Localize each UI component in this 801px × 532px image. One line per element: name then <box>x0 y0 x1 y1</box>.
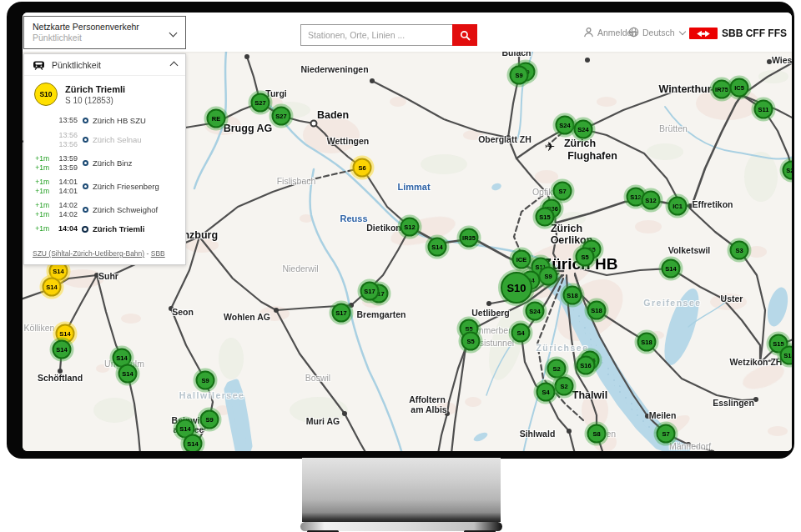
line-badge-s3[interactable]: S3 <box>730 241 749 260</box>
line-badge-s12[interactable]: S12 <box>400 218 420 237</box>
line-badge-s27[interactable]: S27 <box>251 93 270 113</box>
stop-name: Zürich Selnau <box>93 135 142 144</box>
stop-node <box>83 207 88 213</box>
sbb-flag-icon <box>689 28 718 39</box>
station-dot <box>585 58 590 63</box>
line-badge-s6[interactable]: S6 <box>353 158 372 178</box>
map-label: Zürich <box>564 138 596 149</box>
line-badge-s7[interactable]: S7 <box>553 182 572 201</box>
stop-row: 13:5613:56Zürich Selnau <box>31 131 180 148</box>
line-badge-ic5[interactable]: IC5 <box>730 78 749 98</box>
map-label: Uster <box>721 294 743 304</box>
map-label: Zürich <box>551 223 582 234</box>
line-badge-s27[interactable]: S27 <box>272 107 291 126</box>
line-badge-s11[interactable]: S11 <box>754 100 773 119</box>
line-badge-s16[interactable]: S16 <box>577 356 596 375</box>
stop-row: +1m14:04Zürich Triemli <box>31 224 180 233</box>
line-badge-ic1[interactable]: IC1 <box>668 197 688 216</box>
layer-select-title: Netzkarte Personenverkehr <box>33 21 164 33</box>
language-selector[interactable]: Deutsch <box>628 27 685 38</box>
map-label: Effretikon <box>692 199 733 209</box>
chevron-down-icon <box>169 29 178 38</box>
line-badge-s2[interactable]: S2 <box>547 359 567 379</box>
line-badge-s9[interactable]: S9 <box>196 371 215 390</box>
line-badge-s15[interactable]: S15 <box>536 208 555 227</box>
line-badge-ir75[interactable]: IR75 <box>713 80 732 99</box>
layer-select-dropdown[interactable]: Netzkarte Personenverkehr Pünktlichkeit <box>23 16 186 49</box>
train-destination: Zürich Triemli <box>65 83 125 95</box>
line-badge-s24[interactable]: S24 <box>526 302 545 321</box>
station-dot <box>567 429 572 434</box>
stop-name: Zürich Schweighof <box>93 205 158 214</box>
line-badge-s9[interactable]: S9 <box>539 267 558 286</box>
sbb-logo[interactable]: SBB CFF FFS <box>689 28 787 39</box>
line-badge-s14[interactable]: S14 <box>53 340 72 359</box>
map-label: Flughafen <box>567 150 617 162</box>
panel-footer: SZU (Sihltal-Zürich-Uetliberg-Bahn) - SB… <box>33 249 165 258</box>
stop-name: Zürich HB SZU <box>93 116 146 125</box>
map-label: Kölliken <box>24 323 55 333</box>
station-dot <box>349 303 354 308</box>
stop-list: 13:55Zürich HB SZU13:5613:56Zürich Selna… <box>31 116 180 233</box>
stop-row: +1m+1m14:0214:02Zürich Schweighof <box>31 201 180 218</box>
line-badge-s18[interactable]: S18 <box>587 301 607 320</box>
search-button[interactable] <box>452 24 477 46</box>
line-badge-re[interactable]: RE <box>207 109 226 128</box>
line-badge-s4[interactable]: S4 <box>537 383 556 402</box>
page: ✈ BülachWiesendangenNiederweningenTurgiB… <box>0 0 801 532</box>
map-label: Boswil <box>305 373 330 383</box>
line-badge-s12[interactable]: S12 <box>642 191 661 210</box>
monitor-stand <box>302 458 501 522</box>
map-label: Hallwilersee <box>179 390 245 400</box>
map-label: Limmat <box>397 182 430 192</box>
map-label: am Albis <box>411 404 446 414</box>
line-badge-s7[interactable]: S7 <box>657 424 676 444</box>
line-badge-s18[interactable]: S18 <box>637 333 657 352</box>
line-badge-s17[interactable]: S17 <box>360 282 380 301</box>
map-label: Niederweningen <box>300 64 368 74</box>
operator-link[interactable]: SZU (Sihltal-Zürich-Uetliberg-Bahn) <box>33 249 144 258</box>
line-badge-s24[interactable]: S24 <box>574 120 593 139</box>
map-label: Baden <box>317 109 349 121</box>
stop-node <box>83 118 88 123</box>
line-badge-s17[interactable]: S17 <box>332 304 351 323</box>
sbb-link[interactable]: SBB <box>151 249 165 258</box>
stop-node <box>83 183 88 189</box>
map-label: Bremgarten <box>357 309 406 319</box>
line-badge-ice[interactable]: ICE <box>512 250 531 269</box>
line-badge-s5[interactable]: S5 <box>461 332 481 351</box>
search-input[interactable] <box>300 24 452 46</box>
line-badge-ir35[interactable]: IR35 <box>460 228 479 248</box>
line-badge-s14[interactable]: S14 <box>428 238 447 257</box>
language-label: Deutsch <box>642 28 675 38</box>
monitor-bezel: ✈ BülachWiesendangenNiederweningenTurgiB… <box>7 2 794 459</box>
line-badge-s14[interactable]: S14 <box>118 364 138 384</box>
line-badge-s14[interactable]: S14 <box>184 434 203 452</box>
stop-node <box>83 137 88 143</box>
map-label: Zürichsee <box>536 343 588 353</box>
map-label: Suhr <box>98 271 118 281</box>
line-badge-s18[interactable]: S18 <box>563 286 582 305</box>
stop-name: Zürich Friesenberg <box>93 182 159 191</box>
train-icon <box>33 61 45 70</box>
panel-collapse-toggle[interactable]: Pünktlichkeit <box>24 54 185 76</box>
stop-name: Zürich Binz <box>93 158 133 168</box>
search-icon <box>460 30 471 41</box>
line-badge-s4[interactable]: S4 <box>511 324 531 343</box>
line-badge-s5[interactable]: S5 <box>576 248 595 267</box>
line-badge-s10[interactable]: S10 <box>501 272 532 304</box>
map-label: Esslingen <box>713 398 754 408</box>
line-badge-s14[interactable]: S14 <box>43 278 62 297</box>
line-badge-s8[interactable]: S8 <box>587 424 607 444</box>
line-badge-s2[interactable]: S2 <box>555 377 574 396</box>
map-label: Greifensee <box>643 298 701 308</box>
line-badge-s14[interactable]: S14 <box>662 259 681 279</box>
station-dot <box>274 308 279 313</box>
map-label: Winterthur <box>658 83 711 95</box>
line-badge-s9[interactable]: S9 <box>200 410 219 429</box>
line-badge-s24[interactable]: S24 <box>556 116 575 135</box>
train-line-badge: S10 <box>34 83 58 106</box>
map-label: Dietikon <box>366 223 400 233</box>
line-badge-s9[interactable]: S9 <box>510 66 529 85</box>
panel-title: Pünktlichkeit <box>52 60 164 70</box>
